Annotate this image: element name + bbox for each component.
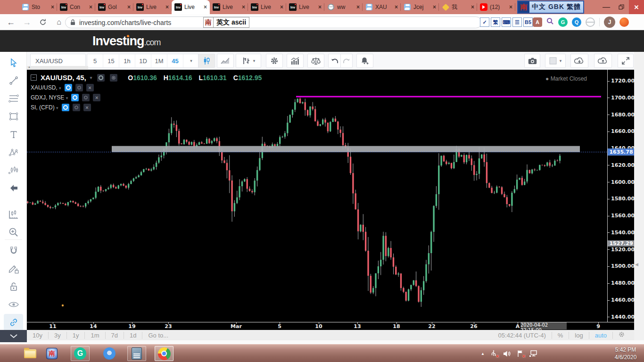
ime-status-bar[interactable]: 南 中文 GBK 繁體 — [517, 0, 584, 14]
time-axis[interactable]: 11141923Mar51013182226A92020-04-02 22:15… — [27, 322, 634, 330]
browser-tab[interactable]: InvGol× — [95, 0, 133, 14]
address-bar[interactable]: investing.com/charts/live-charts 南 英文 as… — [65, 16, 482, 28]
tab-close-icon[interactable]: × — [204, 4, 207, 10]
series-gear-icon[interactable] — [110, 74, 117, 82]
back-button[interactable]: ← — [4, 14, 18, 30]
prediction-tool[interactable] — [8, 165, 19, 176]
overlay-name[interactable]: XAU/USD, ▾ — [31, 84, 61, 91]
compare-button[interactable]: ▾ — [236, 54, 261, 68]
range-1y[interactable]: 1y — [67, 332, 85, 339]
chromium-app-icon[interactable] — [100, 346, 119, 361]
axis-settings-gear-icon[interactable] — [613, 331, 630, 339]
pdf-extension-icon[interactable]: A — [533, 17, 542, 27]
browser-tab[interactable]: InvLive× — [248, 0, 286, 14]
timeframe-1M[interactable]: 1M — [151, 54, 167, 67]
range-7d[interactable]: 7d — [106, 332, 124, 339]
collapse-panel-button[interactable] — [0, 330, 27, 342]
browser-tab[interactable]: 我× — [439, 0, 477, 14]
forward-button[interactable]: → — [20, 14, 34, 30]
redo-button[interactable] — [340, 54, 353, 68]
taskbar-clock[interactable]: 5:42 PM 4/6/2020 — [609, 346, 642, 361]
tab-close-icon[interactable]: × — [433, 4, 436, 10]
drawing-mode-tool[interactable] — [8, 263, 19, 274]
goto-button[interactable]: Go to... — [142, 332, 174, 339]
ime-toolbar-button[interactable]: 繁 — [491, 17, 500, 27]
zoom-in-tool[interactable] — [8, 227, 19, 238]
usb-device-icon[interactable]: ✕ — [489, 349, 498, 358]
browser-tab[interactable]: ww× — [324, 0, 363, 14]
globe-extension-icon[interactable] — [586, 17, 595, 27]
ime-toolbar-button[interactable]: ✓ — [480, 17, 489, 27]
xabcd-pattern-tool[interactable] — [8, 147, 19, 158]
hidden-icons-arrow[interactable]: ▲ — [481, 352, 485, 356]
price-axis[interactable]: 1720.001700.001680.001660.001640.001620.… — [607, 70, 634, 322]
profile-avatar[interactable]: J — [604, 16, 615, 28]
legend-collapse-icon[interactable]: − — [31, 74, 37, 81]
timeframe-5[interactable]: 5 — [87, 54, 103, 67]
trend-line-tool[interactable] — [8, 75, 19, 86]
tab-close-icon[interactable]: × — [318, 4, 322, 10]
chart-panel[interactable]: − XAU/USD, 45, ▾ O1610.36 H1614.16 L1610… — [27, 70, 634, 322]
browser-tab[interactable]: InvLive× — [172, 0, 210, 14]
candlestick-style-button[interactable] — [198, 54, 215, 68]
grammarly-extension-icon[interactable]: G — [558, 17, 568, 27]
overlay-name[interactable]: GDXJ, NYSE ▾ — [31, 94, 68, 101]
browser-tab[interactable]: Jcej× — [401, 0, 439, 14]
volume-icon[interactable] — [503, 349, 511, 358]
range-1d[interactable]: 1d — [124, 332, 142, 339]
browser-tab[interactable]: (12)× — [477, 0, 515, 14]
timeframe-active[interactable]: 45 — [167, 54, 183, 67]
measure-tool[interactable] — [8, 209, 19, 220]
series-gear-icon[interactable] — [75, 84, 83, 91]
overlay-name[interactable]: SI, (CFD) ▾ — [31, 104, 58, 111]
timeframe-1h[interactable]: 1h — [119, 54, 135, 67]
ime-mode-label[interactable]: 中文 GBK 繁體 — [529, 3, 583, 11]
ime-toolbar-button[interactable]: ⌨ — [502, 17, 511, 27]
browser-tab[interactable]: InvCon× — [57, 0, 95, 14]
clock-utc[interactable]: 05:42:44 (UTC-4) — [493, 332, 552, 339]
chrome-app-icon[interactable] — [155, 346, 173, 361]
chevron-down-icon[interactable]: ▾ — [90, 75, 92, 80]
hide-drawings-tool[interactable] — [8, 299, 19, 310]
home-button[interactable]: ⌂ — [52, 14, 66, 30]
browser-tab[interactable]: InvLive× — [210, 0, 248, 14]
auto-scale-button[interactable]: auto — [589, 332, 613, 339]
text-tool[interactable] — [8, 129, 19, 140]
browser-tab[interactable]: InvLive× — [133, 0, 172, 14]
browser-tab[interactable]: InvLive× — [286, 0, 324, 14]
remove-series-icon[interactable]: × — [93, 94, 100, 101]
network-icon[interactable] — [529, 349, 537, 358]
reload-button[interactable] — [36, 14, 50, 30]
collapse-left-arrow[interactable]: ◀ — [635, 262, 638, 267]
q-extension-icon[interactable]: Q — [572, 17, 581, 27]
series-gear-icon[interactable] — [73, 104, 80, 111]
search-extension-icon[interactable] — [546, 17, 554, 27]
mini-scrollbar[interactable] — [27, 66, 88, 70]
tab-close-icon[interactable]: × — [89, 4, 92, 10]
ime-lang-icon[interactable]: 南 — [518, 1, 529, 13]
indicators-button[interactable] — [287, 54, 304, 68]
log-scale-button[interactable]: log — [569, 332, 589, 339]
ime-toolbar-button[interactable]: ☰ — [512, 17, 522, 27]
remove-series-icon[interactable]: × — [86, 84, 94, 91]
browser-tab[interactable]: XAU× — [363, 0, 401, 14]
file-explorer-icon[interactable] — [21, 346, 40, 361]
shape-tool[interactable] — [8, 111, 19, 122]
visibility-eye-icon[interactable] — [62, 104, 69, 111]
tab-close-icon[interactable]: × — [127, 4, 131, 10]
minimize-button[interactable]: — — [599, 0, 614, 14]
compare-symbols-button[interactable] — [307, 54, 324, 68]
tab-close-icon[interactable]: × — [165, 4, 169, 10]
series-gear-icon[interactable] — [82, 94, 90, 101]
close-button[interactable]: ✕ — [629, 0, 644, 14]
timeframe-1D[interactable]: 1D — [135, 54, 151, 67]
browser-menu-icon[interactable] — [619, 17, 629, 27]
lock-drawings-tool[interactable] — [8, 281, 19, 292]
investing-logo[interactable]: Investing.com — [92, 34, 161, 49]
tab-close-icon[interactable]: × — [356, 4, 360, 10]
range-10y[interactable]: 10y — [27, 332, 49, 339]
save-chart-button[interactable] — [594, 54, 612, 68]
fib-retracement-tool[interactable] — [8, 93, 19, 104]
legend-symbol-title[interactable]: XAU/USD, 45, — [41, 74, 86, 82]
tab-close-icon[interactable]: × — [395, 4, 398, 10]
